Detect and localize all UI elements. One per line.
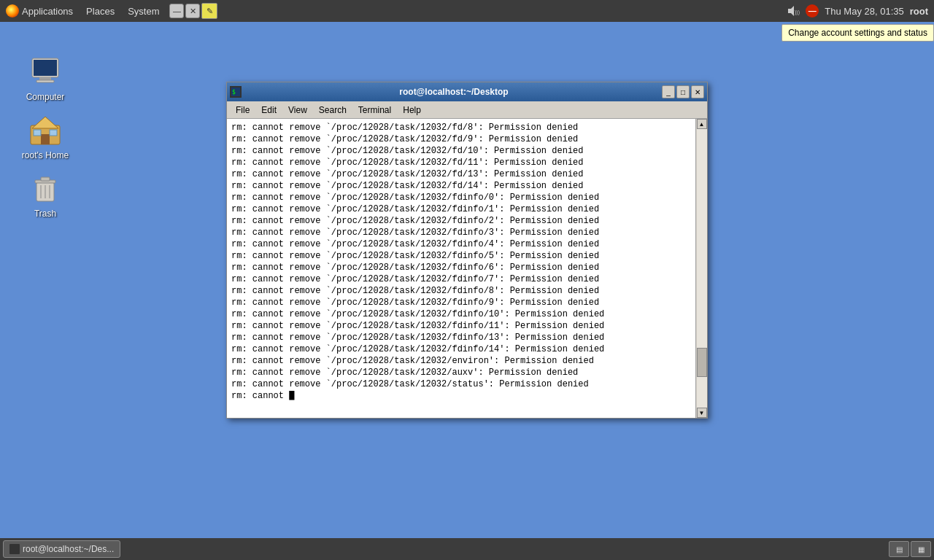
svg-rect-13 [41,177,50,181]
desktop-icon-trash[interactable]: Trash [16,171,74,219]
svg-rect-10 [50,130,57,136]
terminal-body: rm: cannot remove `/proc/12028/task/1203… [227,119,707,418]
svg-rect-5 [36,80,54,82]
menu-terminal[interactable]: Terminal [352,104,397,117]
top-panel: Applications Places System — ✕ ✎ )))) — … [0,0,934,22]
panel-right-section: )))) — Thu May 28, 01:35 root Change acc… [785,4,934,18]
terminal-window: $ root@localhost:~/Desktop _ □ ✕ File Ed… [226,82,708,419]
terminal-scrollbar[interactable]: ▲ ▼ [695,119,707,418]
trash-label: Trash [34,209,56,219]
desktop: Computer root's Home Tras [0,22,934,538]
svg-marker-0 [788,6,794,16]
menu-edit[interactable]: Edit [255,104,282,117]
taskbar-terminal-icon [9,544,20,554]
terminal-window-controls: _ □ ✕ [662,85,704,98]
computer-icon [28,54,63,89]
terminal-menubar: File Edit View Search Terminal Help [227,101,707,119]
panel-edit-button[interactable]: ✎ [201,3,217,19]
terminal-close-button[interactable]: ✕ [691,85,704,98]
system-menu-button[interactable]: System [122,0,165,22]
terminal-titlebar: $ root@localhost:~/Desktop _ □ ✕ [227,82,707,101]
notification-badge[interactable]: — [806,4,819,18]
trash-icon [28,171,63,206]
svg-rect-3 [34,60,57,76]
panel-clock: Thu May 28, 01:35 [825,6,903,17]
app-logo-icon [6,4,19,18]
taskbar-view-button-1[interactable]: ▤ [889,541,909,557]
terminal-titlebar-icon: $ [230,86,242,98]
user-tooltip: Change account settings and status [781,24,934,42]
taskbar-terminal-label: root@localhost:~/Des... [23,544,114,554]
scroll-down-arrow[interactable]: ▼ [697,408,707,418]
svg-marker-7 [32,117,58,128]
menu-view[interactable]: View [282,104,313,117]
scroll-track[interactable] [697,129,707,408]
speaker-icon-wrap: )))) [785,4,800,18]
desktop-icon-roots-home[interactable]: root's Home [16,112,74,160]
terminal-minimize-button[interactable]: _ [662,85,675,98]
panel-close-button[interactable]: ✕ [185,4,200,18]
speaker-icon: )))) [785,4,800,18]
panel-left-section: Applications Places System — ✕ ✎ [0,0,217,22]
menu-help[interactable]: Help [397,104,427,117]
applications-menu-button[interactable]: Applications [0,0,79,22]
terminal-title: root@localhost:~/Desktop [246,87,662,97]
terminal-output[interactable]: rm: cannot remove `/proc/12028/task/1203… [227,119,695,418]
taskbar-view-button-2[interactable]: ▦ [911,541,931,557]
svg-rect-9 [34,130,41,136]
panel-minimize-button[interactable]: — [169,4,184,18]
taskbar-right-section: ▤ ▦ [889,541,931,557]
svg-text:)))): )))) [795,9,800,15]
places-menu-button[interactable]: Places [80,0,120,22]
taskbar: root@localhost:~/Des... ▤ ▦ [0,538,934,560]
menu-file[interactable]: File [230,104,255,117]
roots-home-label: root's Home [22,150,69,160]
panel-user[interactable]: root [910,6,928,17]
terminal-maximize-button[interactable]: □ [676,85,690,98]
svg-rect-4 [39,77,51,80]
desktop-icon-computer[interactable]: Computer [16,54,74,102]
roots-home-icon [28,112,63,147]
taskbar-terminal-item[interactable]: root@localhost:~/Des... [3,540,120,558]
scroll-up-arrow[interactable]: ▲ [697,119,707,129]
applications-label: Applications [22,6,73,17]
menu-search[interactable]: Search [313,104,352,117]
svg-rect-8 [41,134,50,144]
panel-window-buttons: — ✕ ✎ [169,3,217,19]
computer-label: Computer [26,92,65,102]
scroll-thumb[interactable] [697,348,707,377]
svg-text:$: $ [232,89,236,96]
